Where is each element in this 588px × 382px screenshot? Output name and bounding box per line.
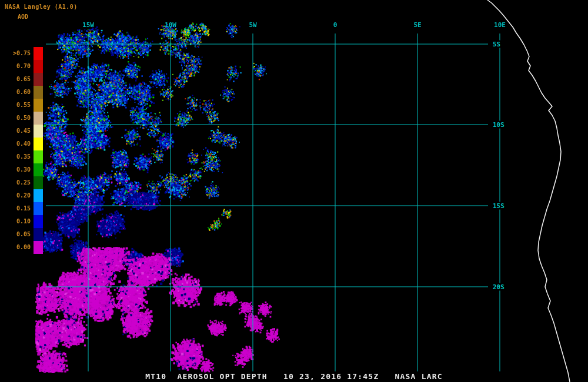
coastline-layer [0, 0, 588, 382]
colorbar-label: 0.20 [4, 192, 31, 199]
colorbar-swatch [34, 60, 43, 73]
colorbar-swatch [34, 241, 43, 254]
product-title: NASA Langley (A1.0) [5, 4, 78, 10]
lon-label: 5W [249, 21, 256, 29]
colorbar-swatch [34, 150, 43, 163]
colorbar-swatch [34, 125, 43, 138]
colorbar-swatch [34, 189, 43, 202]
colorbar-label: 0.00 [4, 244, 31, 251]
lat-label: 20S [491, 283, 506, 291]
colorbar-label: 0.30 [4, 166, 31, 173]
colorbar-label: 0.65 [4, 76, 31, 83]
aerosol-data-layer [0, 0, 588, 382]
colorbar-label: 0.10 [4, 218, 31, 225]
lon-label: 10E [494, 21, 506, 29]
colorbar-swatch [34, 73, 43, 86]
lat-label: 5S [491, 41, 502, 48]
colorbar-label: 0.25 [4, 179, 31, 186]
product-subtitle-aod: AOD [18, 14, 28, 20]
grid-layer [0, 0, 588, 382]
colorbar-label: 0.35 [4, 153, 31, 160]
lon-label: 5E [413, 21, 421, 29]
colorbar-label: 0.45 [4, 128, 31, 135]
colorbar-swatch [34, 228, 43, 241]
colorbar-swatch [34, 86, 43, 99]
lon-label: 10W [165, 21, 176, 29]
colorbar-swatch [34, 138, 43, 150]
colorbar-swatch [34, 47, 43, 60]
colorbar-swatch [34, 215, 43, 228]
colorbar-swatches [34, 47, 43, 254]
colorbar-label: 0.70 [4, 63, 31, 70]
colorbar-label: 0.50 [4, 115, 31, 122]
colorbar-swatch [34, 163, 43, 176]
aod-map-screen: NASA Langley (A1.0) AOD >0.750.700.650.6… [0, 0, 588, 382]
colorbar-swatch [34, 112, 43, 125]
colorbar-label: 0.55 [4, 102, 31, 109]
colorbar-label: 0.15 [4, 205, 31, 212]
colorbar-label: 0.60 [4, 89, 31, 96]
lat-label: 15S [491, 202, 506, 210]
colorbar-swatch [34, 176, 43, 189]
colorbar-label: >0.75 [4, 50, 31, 57]
footer-caption: MT10 AEROSOL OPT DEPTH 10 23, 2016 17:45… [0, 372, 588, 381]
lon-label: 15W [82, 21, 94, 29]
colorbar-swatch [34, 99, 43, 112]
lat-label: 10S [491, 121, 506, 129]
coastline [487, 0, 570, 382]
lon-label: 0 [333, 21, 338, 29]
colorbar-label: 0.05 [4, 231, 31, 238]
colorbar-swatch [34, 202, 43, 215]
colorbar-label: 0.40 [4, 140, 31, 148]
